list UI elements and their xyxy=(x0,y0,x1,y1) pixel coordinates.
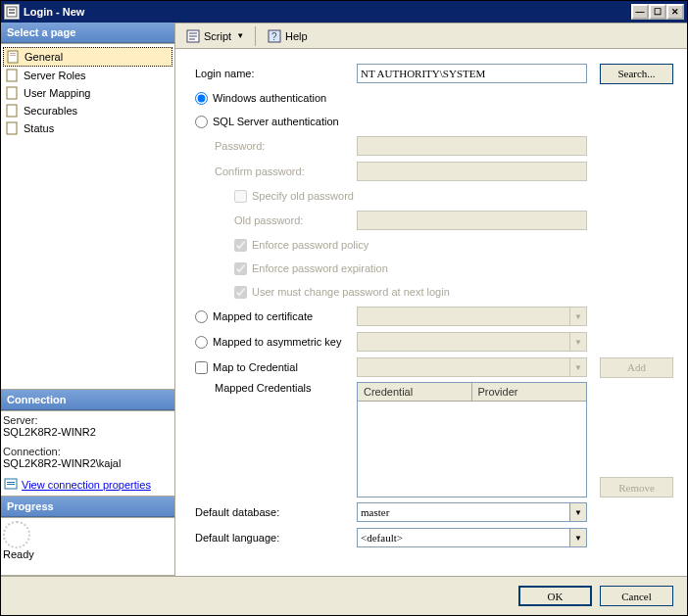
default-db-combo[interactable]: ▼ xyxy=(357,502,587,522)
map-credential-label: Map to Credential xyxy=(213,361,298,373)
sidebar: Select a page General Server Roles User … xyxy=(1,23,175,576)
default-lang-combo[interactable]: ▼ xyxy=(357,528,587,547)
remove-button: Remove xyxy=(600,477,673,498)
svg-rect-11 xyxy=(7,482,15,483)
chevron-down-icon: ▼ xyxy=(570,332,587,352)
properties-icon xyxy=(3,477,19,493)
cancel-button[interactable]: Cancel xyxy=(600,586,673,606)
ok-button[interactable]: OK xyxy=(518,586,592,606)
mapped-asym-radio[interactable] xyxy=(195,336,208,349)
old-password-label: Old password: xyxy=(195,214,357,226)
page-icon xyxy=(5,68,21,83)
sql-auth-radio[interactable] xyxy=(195,116,208,128)
server-value: SQL2K8R2-WINR2 xyxy=(3,426,172,438)
page-list: General Server Roles User Mapping Secura… xyxy=(1,43,174,390)
mapped-asym-combo: ▼ xyxy=(357,332,587,352)
password-input xyxy=(357,136,587,156)
sidebar-item-label: User Mapping xyxy=(24,87,90,99)
mapped-asym-label: Mapped to asymmetric key xyxy=(213,336,341,348)
mapped-cert-label: Mapped to certificate xyxy=(213,310,313,322)
title-bar[interactable]: Login - New — ☐ ✕ xyxy=(1,1,687,23)
svg-rect-4 xyxy=(10,53,16,54)
svg-rect-9 xyxy=(7,122,17,134)
page-icon xyxy=(5,103,21,118)
sql-auth-label: SQL Server authentication xyxy=(213,116,339,127)
svg-text:?: ? xyxy=(271,31,277,42)
minimize-button[interactable]: — xyxy=(631,4,649,20)
sidebar-item-label: Server Roles xyxy=(24,70,86,81)
server-label: Server: xyxy=(3,414,172,426)
mapped-credentials-label: Mapped Credentials xyxy=(195,382,357,394)
map-credential-input xyxy=(357,357,570,377)
close-button[interactable]: ✕ xyxy=(666,4,684,20)
help-icon: ? xyxy=(267,28,282,44)
sidebar-item-securables[interactable]: Securables xyxy=(3,102,172,119)
login-name-label: Login name: xyxy=(195,68,357,79)
toolbar: Script ▼ ? Help xyxy=(175,24,687,49)
search-button[interactable]: Search... xyxy=(600,64,673,84)
mapped-cert-radio[interactable] xyxy=(195,310,208,323)
svg-rect-5 xyxy=(10,55,16,56)
dialog-footer: OK Cancel xyxy=(1,576,687,615)
page-icon xyxy=(5,85,21,101)
sidebar-item-status[interactable]: Status xyxy=(3,119,172,137)
map-credential-checkbox[interactable] xyxy=(195,361,208,374)
progress-panel: Ready xyxy=(1,517,174,576)
password-label: Password: xyxy=(195,140,357,152)
mapped-cert-input xyxy=(357,307,570,326)
login-name-input[interactable] xyxy=(357,64,587,83)
maximize-button[interactable]: ☐ xyxy=(649,4,666,20)
sidebar-item-label: Status xyxy=(24,122,54,134)
enforce-expiration-label: Enforce password expiration xyxy=(252,262,388,274)
connection-panel: Server: SQL2K8R2-WINR2 Connection: SQL2K… xyxy=(1,410,174,497)
specify-old-password-checkbox xyxy=(234,190,247,203)
script-button[interactable]: Script ▼ xyxy=(181,26,248,46)
form-content: Login name: Search... Windows authentica… xyxy=(175,49,687,576)
progress-header: Progress xyxy=(1,497,174,517)
default-db-label: Default database: xyxy=(195,506,357,518)
mapped-cert-combo: ▼ xyxy=(357,307,587,326)
script-icon xyxy=(185,28,201,44)
svg-rect-8 xyxy=(7,105,17,117)
windows-auth-radio[interactable] xyxy=(195,92,208,105)
grid-header: Credential Provider xyxy=(358,383,586,402)
specify-old-password-label: Specify old password xyxy=(252,190,354,202)
progress-spinner-icon xyxy=(3,521,30,548)
confirm-password-label: Confirm password: xyxy=(195,166,357,177)
window-title: Login - New xyxy=(24,6,631,18)
confirm-password-input xyxy=(357,162,587,181)
default-lang-input[interactable] xyxy=(357,528,570,547)
col-credential: Credential xyxy=(358,383,472,401)
sidebar-item-server-roles[interactable]: Server Roles xyxy=(3,67,172,84)
progress-text: Ready xyxy=(3,546,34,560)
sidebar-item-user-mapping[interactable]: User Mapping xyxy=(3,84,172,102)
login-new-window: Login - New — ☐ ✕ Select a page General … xyxy=(0,0,688,616)
enforce-policy-label: Enforce password policy xyxy=(252,239,369,251)
map-credential-combo: ▼ xyxy=(357,357,587,377)
chevron-down-icon[interactable]: ▼ xyxy=(570,502,587,522)
connection-label: Connection: xyxy=(3,446,172,457)
view-connection-properties-link[interactable]: View connection properties xyxy=(3,477,172,493)
help-button[interactable]: ? Help xyxy=(263,26,312,46)
default-db-input[interactable] xyxy=(357,502,570,522)
svg-rect-12 xyxy=(7,484,15,485)
svg-rect-6 xyxy=(7,70,17,81)
add-button: Add xyxy=(600,357,673,378)
connection-header: Connection xyxy=(1,390,174,410)
enforce-expiration-checkbox xyxy=(234,262,247,275)
connection-value: SQL2K8R2-WINR2\kajal xyxy=(3,457,172,469)
svg-rect-2 xyxy=(9,12,15,14)
sidebar-item-label: Securables xyxy=(24,105,77,117)
mapped-credentials-grid[interactable]: Credential Provider xyxy=(357,382,587,498)
default-lang-label: Default language: xyxy=(195,532,357,544)
chevron-down-icon: ▼ xyxy=(236,31,244,40)
chevron-down-icon[interactable]: ▼ xyxy=(570,528,587,547)
sidebar-item-general[interactable]: General xyxy=(3,47,172,67)
toolbar-separator xyxy=(255,26,256,46)
old-password-input xyxy=(357,211,587,230)
chevron-down-icon: ▼ xyxy=(570,307,587,326)
svg-rect-3 xyxy=(8,51,18,63)
main-panel: Script ▼ ? Help Login name: Search... xyxy=(175,23,687,576)
svg-rect-1 xyxy=(9,9,15,11)
select-page-header: Select a page xyxy=(1,23,174,43)
